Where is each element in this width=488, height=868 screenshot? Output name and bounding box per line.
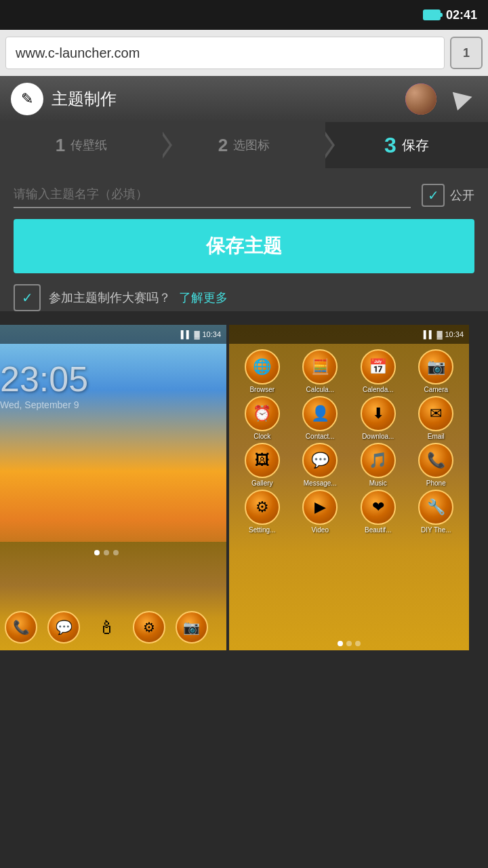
app-label: Phone	[426, 479, 446, 487]
dot-r1	[338, 641, 343, 646]
app-icon: 🖼	[245, 443, 280, 478]
step-2[interactable]: 2 选图标	[163, 122, 325, 168]
battery-icon	[423, 9, 441, 20]
send-icon[interactable]	[450, 85, 477, 113]
app-icon: ⏰	[245, 396, 280, 431]
app-label: Gallery	[251, 479, 273, 487]
public-checkbox-area[interactable]: ✓ 公开	[422, 184, 474, 207]
app-icon: ⚙	[245, 490, 280, 525]
dot-2	[104, 550, 109, 555]
app-item: ⚙Setting...	[235, 490, 290, 534]
app-icon: 👤	[302, 396, 338, 431]
app-icon: 💬	[302, 443, 338, 478]
app-label: Downloa...	[362, 433, 394, 440]
app-item: 🌐Browser	[235, 349, 290, 393]
app-item: 💬Message...	[293, 443, 348, 487]
app-label: Camera	[424, 386, 448, 393]
app-icon: ❤	[361, 490, 396, 525]
app-label: Message...	[304, 479, 337, 487]
theme-name-row: ✓ 公开	[14, 182, 474, 208]
app-icon: ▶	[302, 490, 338, 525]
app-label: Contact...	[306, 433, 335, 440]
preview-left-statusbar: ▌▌ ▓ 10:34	[0, 325, 226, 344]
preview-left-time: 10:34	[202, 330, 221, 338]
app-item: 📅Calenda...	[350, 349, 406, 393]
status-bar: 02:41	[0, 0, 488, 30]
steps-bar: 1 传壁纸 2 选图标 3 保存	[0, 122, 488, 168]
lock-candle-icon: 🕯	[90, 611, 123, 644]
preview-right-appgrid: ▌▌ ▓ 10:34 🌐Browser🧮Calcula...📅Calenda..…	[229, 325, 469, 650]
preview-signal-icon: ▌▌	[181, 330, 192, 338]
app-item: 📞Phone	[409, 443, 464, 487]
step3-label: 保存	[402, 136, 429, 155]
learn-more-link[interactable]: 了解更多	[179, 290, 228, 306]
preview-right-battery-icon: ▓	[436, 330, 442, 338]
app-grid: 🌐Browser🧮Calcula...📅Calenda...📷Camera⏰Cl…	[229, 344, 469, 539]
lock-icons-row: 📞 💬 🕯 ⚙ 📷	[0, 611, 226, 644]
app-item: 👤Contact...	[293, 396, 348, 440]
tab-button[interactable]: 1	[450, 37, 483, 69]
app-icon: ✉	[418, 396, 453, 431]
app-icon: 🔧	[418, 490, 453, 525]
preview-right-statusbar: ▌▌ ▓ 10:34	[229, 325, 469, 344]
app-icon: 🧮	[302, 349, 338, 384]
step1-label: 传壁纸	[70, 137, 107, 153]
step-3[interactable]: 3 保存	[325, 122, 488, 168]
public-checkbox[interactable]: ✓	[422, 184, 445, 207]
content-area: ✓ 公开 保存主题 ✓ 参加主题制作大赛吗？ 了解更多	[0, 168, 488, 311]
send-arrow-shape	[453, 87, 474, 111]
app-icon: 🎵	[361, 443, 396, 478]
app-label: Beautif...	[365, 526, 391, 534]
app-item: 🖼Gallery	[235, 443, 290, 487]
public-label: 公开	[450, 187, 474, 203]
status-time: 02:41	[446, 8, 477, 22]
avatar[interactable]	[405, 83, 436, 115]
app-item: ⏰Clock	[235, 396, 290, 440]
lock-settings-icon: ⚙	[133, 611, 165, 644]
lock-screen-time: 23:05	[0, 359, 88, 399]
preview-dots	[94, 550, 119, 555]
paint-icon: ✎	[21, 90, 33, 108]
browser-bar: 1	[0, 30, 488, 76]
preview-battery-icon: ▓	[194, 330, 199, 338]
app-label: Calcula...	[306, 386, 334, 393]
app-item: 🧮Calcula...	[293, 349, 348, 393]
app-icon: 📅	[361, 349, 396, 384]
app-label: Clock	[253, 433, 270, 440]
app-item: 🔧DIY The...	[409, 490, 464, 534]
app-icon: 🌐	[245, 349, 280, 384]
lock-phone-icon: 📞	[5, 611, 37, 644]
app-label: Music	[369, 479, 387, 487]
preview-right-signal-icon: ▌▌	[424, 330, 434, 338]
lock-camera-icon: 📷	[176, 611, 208, 644]
contest-checkmark-icon: ✓	[22, 290, 33, 306]
save-theme-button[interactable]: 保存主题	[14, 219, 474, 273]
step2-arrow-inner	[323, 133, 332, 157]
app-label: Video	[312, 526, 329, 534]
lock-screen-date: Wed, September 9	[0, 399, 79, 410]
step-1[interactable]: 1 传壁纸	[0, 122, 163, 168]
step3-number: 3	[384, 133, 396, 158]
app-icon: ⬇	[361, 396, 396, 431]
app-item: ✉Email	[409, 396, 464, 440]
app-label: Email	[428, 433, 445, 440]
dot-r2	[346, 641, 352, 646]
contest-checkbox[interactable]: ✓	[14, 284, 41, 311]
preview-section: ▌▌ ▓ 10:34 23:05 Wed, September 9 📞 💬 🕯 …	[0, 325, 474, 650]
app-logo-icon: ✎	[11, 83, 43, 115]
step2-label: 选图标	[233, 137, 270, 153]
app-label: DIY The...	[421, 526, 451, 534]
app-icon: 📞	[418, 443, 453, 478]
app-item: 📷Camera	[409, 349, 464, 393]
theme-name-input[interactable]	[14, 182, 411, 208]
checkmark-icon: ✓	[428, 187, 439, 203]
contest-text: 参加主题制作大赛吗？	[49, 290, 171, 306]
app-label: Browser	[249, 386, 274, 393]
app-icon: 📷	[418, 349, 453, 384]
contest-row: ✓ 参加主题制作大赛吗？ 了解更多	[14, 284, 474, 311]
step1-arrow-inner	[161, 133, 169, 157]
app-header: ✎ 主题制作	[0, 76, 488, 122]
preview-dots-right	[338, 641, 361, 646]
url-input[interactable]	[5, 37, 445, 69]
app-label: Setting...	[249, 526, 275, 534]
